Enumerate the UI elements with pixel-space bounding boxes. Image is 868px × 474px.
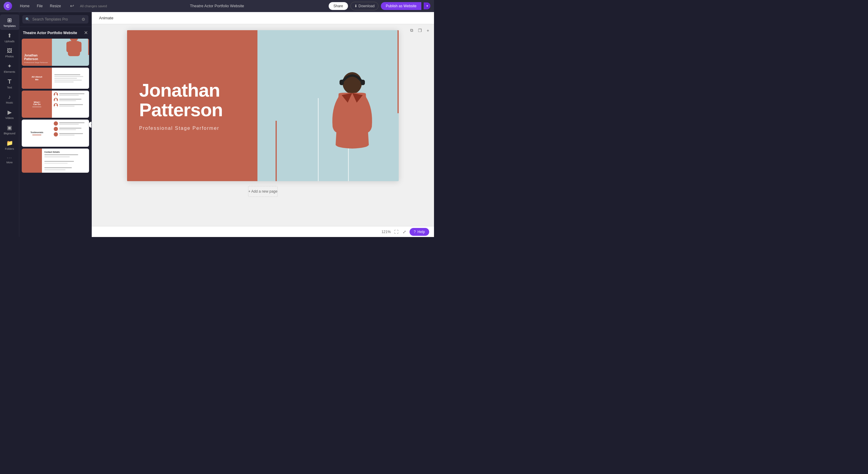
templates-icon: ⊞ <box>7 17 12 24</box>
photos-icon: 🖼 <box>7 48 12 54</box>
publish-caret-button[interactable]: ▾ <box>424 2 430 9</box>
home-menu[interactable]: Home <box>17 3 33 9</box>
svg-rect-2 <box>66 42 70 52</box>
panel-search: 🔍 ⚙ <box>19 12 91 27</box>
music-icon: ♪ <box>8 94 11 100</box>
hero-subtitle: Professional Stage Performer <box>139 126 245 131</box>
svg-rect-7 <box>54 100 57 102</box>
sidebar-item-text[interactable]: T Text <box>0 76 19 91</box>
thumb-contact-right: Contact Details <box>42 149 89 173</box>
sidebar-item-elements[interactable]: ✦ Elements <box>0 60 19 76</box>
skill-text-3 <box>59 104 87 107</box>
canvas-scroll[interactable]: ⧉ ❐ + Jonathan Patterson Professional St <box>92 24 434 226</box>
duplicate-tool-icon[interactable]: ❐ <box>417 27 423 34</box>
template-list: JonathanPatterson Professional Stage Per… <box>19 39 91 237</box>
resize-menu[interactable]: Resize <box>47 3 64 9</box>
canvas-area: Animate ⧉ ❐ + Jonathan Patters <box>92 12 434 237</box>
topbar: C Home File Resize ↩ All changes saved T… <box>0 0 434 12</box>
sidebar-item-more[interactable]: ··· More <box>0 153 19 166</box>
close-panel-button[interactable]: ✕ <box>84 30 88 36</box>
thumb-line-1 <box>54 74 80 75</box>
page-hero: Jonathan Patterson Professional Stage Pe… <box>127 30 399 181</box>
main-layout: ⊞ Templates ⬆ Uploads 🖼 Photos ✦ Element… <box>0 12 434 237</box>
add-page-bar[interactable]: + Add a new page <box>248 186 278 197</box>
test-row-1 <box>54 121 87 126</box>
videos-icon: ▶ <box>7 109 12 116</box>
template-thumb-about[interactable]: All AboutMe <box>22 68 89 89</box>
sidebar-item-music[interactable]: ♪ Music <box>0 91 19 107</box>
download-icon: ⬇ <box>354 4 357 8</box>
canvas-page[interactable]: Jonathan Patterson Professional Stage Pe… <box>127 30 399 181</box>
sidebar-item-background[interactable]: ▣ Bkground <box>0 122 19 137</box>
thumb-skills-left: What ICan Do <box>22 91 52 118</box>
test-row-3 <box>54 132 87 137</box>
copy-tool-icon[interactable]: ⧉ <box>409 27 414 34</box>
panel-title-bar: Theatre Actor Portfolio Website ✕ <box>19 27 91 39</box>
template-thumb-testimonials[interactable]: Testimonials <box>22 120 89 147</box>
download-button[interactable]: ⬇ Download <box>350 2 378 10</box>
filter-icon[interactable]: ⚙ <box>82 17 85 22</box>
logo-text: C <box>6 4 9 8</box>
share-button[interactable]: Share <box>329 2 348 10</box>
thumb-hero-name: JonathanPatterson <box>24 54 50 61</box>
sidebar-item-templates[interactable]: ⊞ Templates <box>0 14 19 30</box>
test-avatar-2 <box>54 127 58 131</box>
saved-indicator: All changes saved <box>80 4 107 8</box>
download-label: Download <box>359 4 375 8</box>
templates-panel: 🔍 ⚙ Theatre Actor Portfolio Website ✕ Jo… <box>19 12 92 237</box>
help-label: Help <box>417 230 425 234</box>
thumb-test-left: Testimonials <box>22 120 52 147</box>
template-thumb-skills[interactable]: What ICan Do <box>22 91 89 118</box>
hero-name-line2: Patterson <box>139 99 223 120</box>
sidebar-item-folders[interactable]: 📁 Folders <box>0 137 19 153</box>
template-thumb-contact[interactable]: Contact Details <box>22 149 89 173</box>
sidebar-item-videos[interactable]: ▶ Videos <box>0 107 19 122</box>
skill-avatar-2 <box>54 98 58 102</box>
topbar-left: C Home File Resize ↩ All changes saved <box>4 2 107 10</box>
template-thumb-hero[interactable]: JonathanPatterson Professional Stage Per… <box>22 39 89 66</box>
test-text-2 <box>59 128 87 130</box>
canvas-tools: ⧉ ❐ + <box>409 27 430 34</box>
help-button[interactable]: ? Help <box>409 228 429 236</box>
skill-avatar-3 <box>54 103 58 108</box>
accent-bar-right <box>398 30 399 113</box>
search-input[interactable] <box>32 17 79 22</box>
undo-button[interactable]: ↩ <box>69 2 75 10</box>
thumb-line-3 <box>54 78 77 79</box>
sidebar-item-photos[interactable]: 🖼 Photos <box>0 45 19 60</box>
search-bar: 🔍 ⚙ <box>22 15 88 24</box>
thumb-test-title: Testimonials <box>30 131 43 134</box>
bottom-bar: 121% ⛶ ⤢ ? Help <box>92 226 434 237</box>
skill-text-1 <box>59 93 87 96</box>
topbar-menu: Home File Resize <box>17 3 64 9</box>
more-icon: ··· <box>7 155 12 160</box>
sidebar-label-folders: Folders <box>5 147 14 150</box>
accent-bar-left-short <box>276 121 277 181</box>
canva-logo[interactable]: C <box>4 2 12 10</box>
sidebar-label-music: Music <box>6 101 13 104</box>
skill-avatar-1 <box>54 92 58 97</box>
expand-icon[interactable]: ⛶ <box>393 229 399 235</box>
sidebar-label-templates: Templates <box>3 25 16 27</box>
thumb-contact-heading: Contact Details <box>44 151 87 153</box>
fullscreen-icon[interactable]: ⤢ <box>402 229 407 235</box>
thumb-skills-right <box>52 91 89 118</box>
svg-rect-5 <box>54 95 57 97</box>
zoom-level: 121% <box>381 230 391 234</box>
svg-point-10 <box>55 122 57 124</box>
search-icon: 🔍 <box>25 17 30 22</box>
thumb-line-2 <box>54 76 83 77</box>
test-row-2 <box>54 127 87 131</box>
thumb-contact-left <box>22 149 42 173</box>
add-tool-icon[interactable]: + <box>426 27 430 34</box>
file-menu[interactable]: File <box>34 3 45 9</box>
svg-point-12 <box>55 127 57 129</box>
svg-rect-15 <box>54 135 57 137</box>
sidebar-item-uploads[interactable]: ⬆ Uploads <box>0 30 19 45</box>
publish-button[interactable]: Publish as Website <box>381 2 421 10</box>
person-silhouette <box>62 39 86 66</box>
animate-button[interactable]: Animate <box>97 14 116 22</box>
hero-name-line1: Jonathan <box>139 80 220 100</box>
background-icon: ▣ <box>7 124 12 131</box>
thumb-about-label: All AboutMe <box>32 76 42 81</box>
